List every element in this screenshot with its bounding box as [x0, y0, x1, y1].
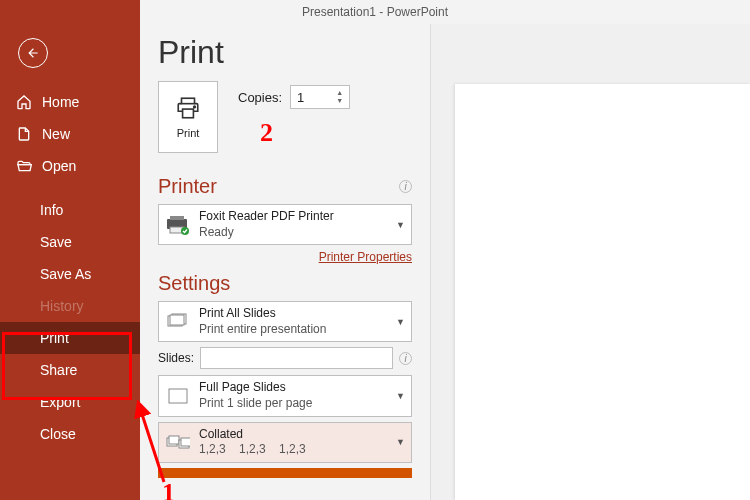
print-preview-area	[430, 24, 750, 500]
print-button-label: Print	[177, 127, 200, 139]
svg-rect-9	[170, 315, 184, 325]
slides-input[interactable]	[200, 347, 393, 369]
collate-selector[interactable]: Collated 1,2,3 1,2,3 1,2,3 ▼	[158, 422, 412, 463]
chevron-down-icon: ▼	[396, 317, 405, 327]
svg-rect-0	[182, 98, 195, 103]
sidebar-item-home[interactable]: Home	[0, 86, 140, 118]
svg-rect-1	[183, 109, 194, 118]
svg-rect-12	[169, 436, 179, 444]
copies-input[interactable]: 1 ▲▼	[290, 85, 350, 109]
printer-status-icon	[165, 214, 191, 236]
printer-name: Foxit Reader PDF Printer	[199, 209, 388, 225]
svg-rect-14	[181, 438, 190, 446]
page-icon	[165, 385, 191, 407]
collate-sub: 1,2,3 1,2,3 1,2,3	[199, 442, 388, 458]
svg-rect-10	[169, 389, 187, 403]
sidebar-label-open: Open	[42, 158, 76, 174]
sidebar-item-export[interactable]: Export	[0, 386, 140, 418]
layout-sub: Print 1 slide per page	[199, 396, 388, 412]
printer-status: Ready	[199, 225, 388, 241]
sidebar-label-home: Home	[42, 94, 79, 110]
collate-icon	[165, 431, 191, 453]
layout-selector[interactable]: Full Page Slides Print 1 slide per page …	[158, 375, 412, 416]
chevron-down-icon: ▼	[396, 220, 405, 230]
slides-label: Slides:	[158, 351, 194, 365]
svg-rect-4	[170, 216, 184, 220]
printer-icon	[173, 95, 203, 121]
collate-title: Collated	[199, 427, 388, 443]
backstage-sidebar: Home New Open Info Save Save As History …	[0, 0, 140, 500]
sidebar-item-share[interactable]: Share	[0, 354, 140, 386]
chevron-down-icon: ▼	[396, 391, 405, 401]
new-icon	[16, 126, 32, 142]
copies-label: Copies:	[238, 90, 282, 105]
print-button[interactable]: Print	[158, 81, 218, 153]
settings-section-title: Settings	[158, 272, 412, 295]
sidebar-item-save-as[interactable]: Save As	[0, 258, 140, 290]
print-range-selector[interactable]: Print All Slides Print entire presentati…	[158, 301, 412, 342]
slides-info-icon[interactable]: i	[399, 352, 412, 365]
open-icon	[16, 158, 32, 174]
print-range-title: Print All Slides	[199, 306, 388, 322]
print-backstage: Print Print Copies: 1 ▲▼ Printer i	[140, 0, 750, 500]
sidebar-item-new[interactable]: New	[0, 118, 140, 150]
window-title: Presentation1 - PowerPoint	[0, 0, 750, 24]
back-arrow-icon	[26, 46, 40, 60]
printer-section-title: Printer	[158, 175, 217, 198]
slides-icon	[165, 311, 191, 333]
home-icon	[16, 94, 32, 110]
sidebar-item-save[interactable]: Save	[0, 226, 140, 258]
layout-title: Full Page Slides	[199, 380, 388, 396]
copies-value: 1	[297, 90, 304, 105]
sidebar-label-new: New	[42, 126, 70, 142]
sidebar-item-close[interactable]: Close	[0, 418, 140, 450]
copies-spinner[interactable]: ▲▼	[336, 89, 343, 105]
page-heading: Print	[158, 34, 412, 71]
back-button[interactable]	[18, 38, 48, 68]
print-range-sub: Print entire presentation	[199, 322, 388, 338]
printer-selector[interactable]: Foxit Reader PDF Printer Ready ▼	[158, 204, 412, 245]
sidebar-item-print[interactable]: Print	[0, 322, 140, 354]
sidebar-item-info[interactable]: Info	[0, 194, 140, 226]
chevron-down-icon: ▼	[396, 437, 405, 447]
color-selector-partial[interactable]	[158, 468, 412, 478]
sidebar-item-history[interactable]: History	[0, 290, 140, 322]
printer-info-icon[interactable]: i	[399, 180, 412, 193]
printer-properties-link[interactable]: Printer Properties	[158, 250, 412, 264]
sidebar-item-open[interactable]: Open	[0, 150, 140, 182]
svg-point-2	[194, 106, 196, 108]
preview-page	[455, 84, 750, 500]
